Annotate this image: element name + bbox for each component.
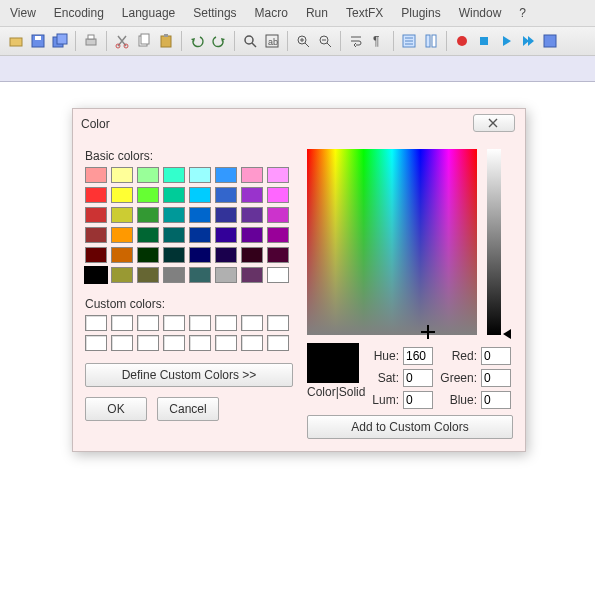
custom-color-swatch[interactable]: [241, 315, 263, 331]
basic-color-swatch[interactable]: [215, 267, 237, 283]
menu-language[interactable]: Language: [122, 6, 175, 20]
custom-color-swatch[interactable]: [137, 315, 159, 331]
custom-color-swatch[interactable]: [163, 335, 185, 351]
basic-color-swatch[interactable]: [189, 267, 211, 283]
basic-color-swatch[interactable]: [241, 227, 263, 243]
basic-color-swatch[interactable]: [137, 227, 159, 243]
basic-color-swatch[interactable]: [189, 187, 211, 203]
custom-color-swatch[interactable]: [189, 335, 211, 351]
basic-color-swatch[interactable]: [137, 267, 159, 283]
basic-color-swatch[interactable]: [215, 227, 237, 243]
basic-color-swatch[interactable]: [241, 267, 263, 283]
menu-window[interactable]: Window: [459, 6, 502, 20]
basic-color-swatch[interactable]: [85, 167, 107, 183]
menu-settings[interactable]: Settings: [193, 6, 236, 20]
copy-icon[interactable]: [134, 31, 154, 51]
find-icon[interactable]: [240, 31, 260, 51]
basic-color-swatch[interactable]: [111, 207, 133, 223]
open-icon[interactable]: [6, 31, 26, 51]
basic-color-swatch[interactable]: [85, 267, 107, 283]
basic-color-swatch[interactable]: [163, 187, 185, 203]
stop-icon[interactable]: [474, 31, 494, 51]
basic-color-swatch[interactable]: [85, 247, 107, 263]
lum-input[interactable]: [403, 391, 433, 409]
menu-view[interactable]: View: [10, 6, 36, 20]
zoomout-icon[interactable]: [315, 31, 335, 51]
luminance-slider[interactable]: [487, 149, 501, 335]
basic-color-swatch[interactable]: [189, 167, 211, 183]
basic-color-swatch[interactable]: [267, 267, 289, 283]
basic-color-swatch[interactable]: [137, 167, 159, 183]
basic-color-swatch[interactable]: [241, 167, 263, 183]
basic-color-swatch[interactable]: [267, 247, 289, 263]
replace-icon[interactable]: ab: [262, 31, 282, 51]
basic-color-swatch[interactable]: [267, 227, 289, 243]
define-custom-colors-button[interactable]: Define Custom Colors >>: [85, 363, 293, 387]
basic-color-swatch[interactable]: [137, 187, 159, 203]
basic-color-swatch[interactable]: [215, 247, 237, 263]
basic-color-swatch[interactable]: [111, 247, 133, 263]
custom-color-swatch[interactable]: [85, 315, 107, 331]
add-to-custom-colors-button[interactable]: Add to Custom Colors: [307, 415, 513, 439]
play-icon[interactable]: [496, 31, 516, 51]
basic-color-swatch[interactable]: [215, 207, 237, 223]
custom-color-swatch[interactable]: [111, 315, 133, 331]
ok-button[interactable]: OK: [85, 397, 147, 421]
cancel-button[interactable]: Cancel: [157, 397, 219, 421]
custom-color-swatch[interactable]: [267, 335, 289, 351]
close-button[interactable]: [473, 114, 515, 132]
custom-color-swatch[interactable]: [215, 315, 237, 331]
showall-icon[interactable]: ¶: [368, 31, 388, 51]
basic-color-swatch[interactable]: [111, 267, 133, 283]
record-icon[interactable]: [452, 31, 472, 51]
saveall-icon[interactable]: [50, 31, 70, 51]
basic-color-swatch[interactable]: [85, 227, 107, 243]
basic-color-swatch[interactable]: [267, 187, 289, 203]
basic-color-swatch[interactable]: [241, 187, 263, 203]
green-input[interactable]: [481, 369, 511, 387]
playmulti-icon[interactable]: [518, 31, 538, 51]
save-icon[interactable]: [28, 31, 48, 51]
blue-input[interactable]: [481, 391, 511, 409]
funclist-icon[interactable]: [399, 31, 419, 51]
basic-color-swatch[interactable]: [215, 167, 237, 183]
basic-color-swatch[interactable]: [163, 247, 185, 263]
basic-color-swatch[interactable]: [267, 167, 289, 183]
red-input[interactable]: [481, 347, 511, 365]
menu-macro[interactable]: Macro: [255, 6, 288, 20]
basic-color-swatch[interactable]: [163, 167, 185, 183]
sat-input[interactable]: [403, 369, 433, 387]
basic-color-swatch[interactable]: [111, 187, 133, 203]
basic-color-swatch[interactable]: [267, 207, 289, 223]
custom-color-swatch[interactable]: [163, 315, 185, 331]
menu-textfx[interactable]: TextFX: [346, 6, 383, 20]
basic-color-swatch[interactable]: [111, 167, 133, 183]
menu-run[interactable]: Run: [306, 6, 328, 20]
print-icon[interactable]: [81, 31, 101, 51]
basic-color-swatch[interactable]: [189, 227, 211, 243]
zoomin-icon[interactable]: [293, 31, 313, 51]
basic-color-swatch[interactable]: [163, 207, 185, 223]
cut-icon[interactable]: [112, 31, 132, 51]
paste-icon[interactable]: [156, 31, 176, 51]
basic-color-swatch[interactable]: [215, 187, 237, 203]
docmap-icon[interactable]: [421, 31, 441, 51]
custom-color-swatch[interactable]: [137, 335, 159, 351]
custom-color-swatch[interactable]: [241, 335, 263, 351]
color-gradient[interactable]: [307, 149, 477, 335]
wordwrap-icon[interactable]: [346, 31, 366, 51]
basic-color-swatch[interactable]: [189, 207, 211, 223]
menu-encoding[interactable]: Encoding: [54, 6, 104, 20]
basic-color-swatch[interactable]: [189, 247, 211, 263]
basic-color-swatch[interactable]: [111, 227, 133, 243]
basic-color-swatch[interactable]: [241, 247, 263, 263]
custom-color-swatch[interactable]: [111, 335, 133, 351]
basic-color-swatch[interactable]: [163, 227, 185, 243]
custom-color-swatch[interactable]: [85, 335, 107, 351]
hue-input[interactable]: [403, 347, 433, 365]
custom-color-swatch[interactable]: [267, 315, 289, 331]
basic-color-swatch[interactable]: [85, 187, 107, 203]
menu-help[interactable]: ?: [519, 6, 526, 20]
savemacro-icon[interactable]: [540, 31, 560, 51]
basic-color-swatch[interactable]: [85, 207, 107, 223]
